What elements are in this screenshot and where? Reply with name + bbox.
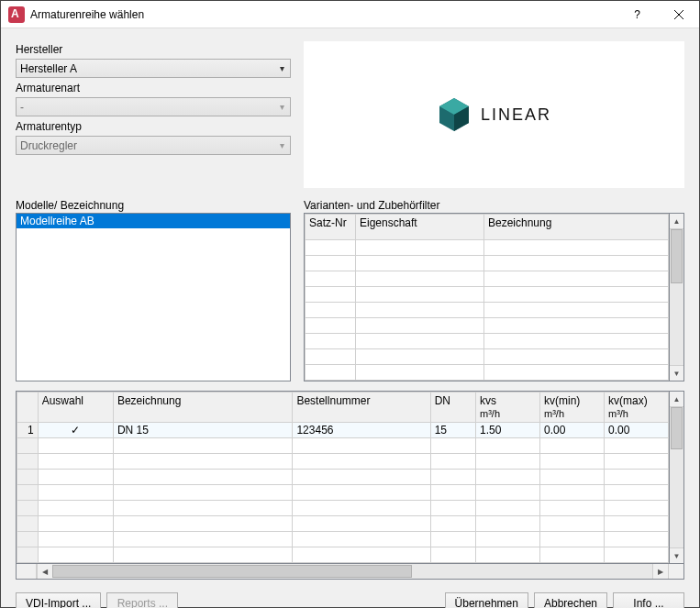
scroll-thumb[interactable] (671, 407, 683, 449)
close-button[interactable] (658, 1, 699, 28)
modelle-section: Modelle/ Bezeichnung Modellreihe AB (16, 197, 291, 381)
dialog-window: Armaturenreihe wählen ? Hersteller Herst… (0, 0, 700, 608)
scroll-corner (668, 564, 683, 579)
app-icon (8, 6, 25, 23)
table-row[interactable] (17, 485, 669, 501)
col-kvmax[interactable]: kv(max)m³/h (604, 392, 668, 423)
table-row[interactable] (17, 470, 669, 485)
col-bezeichnung[interactable]: Bezeichnung (113, 392, 293, 423)
table-row[interactable] (306, 303, 669, 318)
table-row[interactable] (306, 271, 669, 287)
hersteller-value: Hersteller A (20, 62, 77, 75)
brand-logo: LINEAR (437, 96, 551, 133)
col-dn[interactable]: DN (430, 392, 475, 423)
col-kvs[interactable]: kvsm³/h (476, 392, 540, 423)
main-grid[interactable]: Auswahl Bezeichnung Bestellnummer DN kvs… (16, 391, 669, 564)
col-auswahl[interactable]: Auswahl (38, 392, 113, 423)
table-row[interactable] (306, 334, 669, 349)
spacer (183, 592, 439, 608)
scroll-thumb[interactable] (671, 229, 683, 283)
hscroll-thumb[interactable] (52, 565, 412, 578)
help-button[interactable]: ? (617, 1, 658, 28)
table-row[interactable] (306, 256, 669, 271)
table-row[interactable] (17, 454, 669, 470)
armaturenart-label: Armaturenart (16, 82, 291, 94)
table-row[interactable] (17, 501, 669, 516)
varianten-section: Varianten- und Zubehörfilter Satz-Nr Eig… (304, 197, 684, 381)
preview-pane: LINEAR (304, 41, 684, 188)
hscroll-track[interactable] (52, 564, 652, 579)
brand-text: LINEAR (481, 105, 551, 125)
table-row[interactable] (306, 349, 669, 365)
dialog-body: Hersteller Hersteller A ▾ Armaturenart -… (1, 28, 699, 608)
abbrechen-button[interactable]: Abbrechen (534, 592, 607, 608)
modelle-label: Modelle/ Bezeichnung (16, 199, 291, 212)
hscroll-corner (17, 564, 37, 579)
modelle-listbox[interactable]: Modellreihe AB (16, 213, 291, 381)
chevron-down-icon: ▾ (280, 102, 284, 112)
table-row[interactable] (17, 532, 669, 547)
armaturenart-combo: - ▾ (16, 97, 291, 116)
filter-col-eigenschaft[interactable]: Eigenschaft (356, 215, 484, 240)
scroll-left-icon[interactable]: ◀ (37, 564, 52, 579)
table-row[interactable] (306, 318, 669, 334)
scroll-track[interactable] (670, 229, 683, 365)
vdi-import-button[interactable]: VDI-Import ... (16, 592, 101, 608)
cube-icon (437, 96, 472, 133)
table-row[interactable] (17, 438, 669, 454)
auswahl-checkbox[interactable]: ✓ (38, 423, 113, 438)
armaturentyp-combo: Druckregler ▾ (16, 136, 291, 155)
close-icon (674, 10, 683, 19)
window-title: Armaturenreihe wählen (30, 8, 617, 21)
chevron-down-icon: ▾ (280, 140, 284, 150)
armaturentyp-value: Druckregler (20, 139, 77, 152)
table-row[interactable] (306, 240, 669, 256)
filter-col-bezeichnung[interactable]: Bezeichnung (484, 215, 669, 240)
scroll-up-icon[interactable]: ▲ (670, 392, 683, 407)
varianten-label: Varianten- und Zubehörfilter (304, 199, 684, 212)
rownum-header (17, 392, 39, 423)
uebernehmen-button[interactable]: Übernehmen (445, 592, 528, 608)
filter-scrollbar[interactable]: ▲ ▼ (669, 213, 684, 381)
button-row: VDI-Import ... Reports ... Übernehmen Ab… (16, 592, 684, 608)
table-row[interactable] (17, 516, 669, 532)
chevron-down-icon: ▾ (280, 63, 284, 73)
scroll-down-icon[interactable]: ▼ (670, 547, 683, 563)
table-row[interactable] (306, 287, 669, 303)
filter-col-satznr[interactable]: Satz-Nr (306, 215, 356, 240)
scroll-down-icon[interactable]: ▼ (670, 365, 683, 381)
col-bestellnummer[interactable]: Bestellnummer (293, 392, 430, 423)
main-grid-area: Auswahl Bezeichnung Bestellnummer DN kvs… (16, 391, 684, 580)
scroll-up-icon[interactable]: ▲ (670, 214, 683, 229)
hersteller-label: Hersteller (16, 43, 291, 56)
armaturentyp-label: Armaturentyp (16, 120, 291, 133)
table-row[interactable] (17, 547, 669, 563)
list-item[interactable]: Modellreihe AB (17, 214, 290, 228)
main-hscrollbar[interactable]: ◀ ▶ (16, 564, 684, 580)
filter-grid-wrap: Satz-Nr Eigenschaft Bezeichnung ▲ ▼ (304, 213, 684, 381)
reports-button: Reports ... (106, 592, 178, 608)
filter-grid[interactable]: Satz-Nr Eigenschaft Bezeichnung (304, 213, 669, 381)
main-scrollbar[interactable]: ▲ ▼ (669, 391, 684, 564)
titlebar: Armaturenreihe wählen ? (1, 1, 699, 28)
main-grid-wrap: Auswahl Bezeichnung Bestellnummer DN kvs… (16, 391, 684, 564)
selectors-column: Hersteller Hersteller A ▾ Armaturenart -… (16, 41, 291, 188)
scroll-track[interactable] (670, 407, 683, 547)
armaturenart-value: - (20, 101, 24, 114)
top-row: Hersteller Hersteller A ▾ Armaturenart -… (16, 41, 684, 188)
scroll-right-icon[interactable]: ▶ (652, 564, 668, 579)
hersteller-combo[interactable]: Hersteller A ▾ (16, 59, 291, 78)
mid-row: Modelle/ Bezeichnung Modellreihe AB Vari… (16, 197, 684, 381)
table-row[interactable] (306, 365, 669, 381)
info-button[interactable]: Info ... (613, 592, 684, 608)
col-kvmin[interactable]: kv(min)m³/h (540, 392, 605, 423)
table-row[interactable]: 1✓DN 15123456151.500.000.00 (17, 423, 669, 438)
